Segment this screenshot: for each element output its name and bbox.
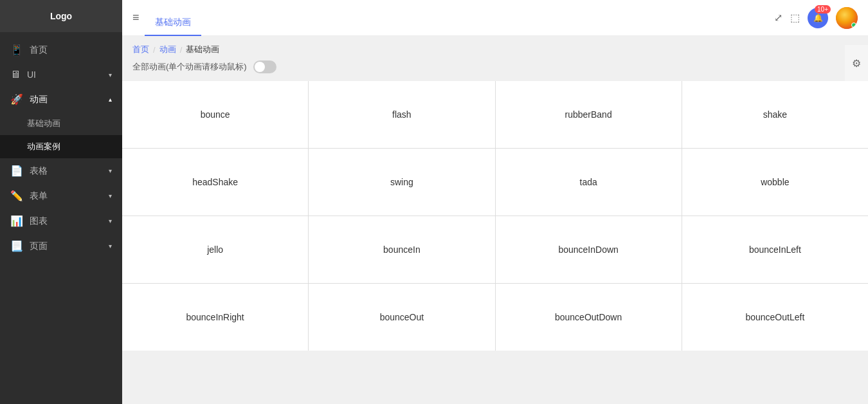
header-right: ⤢ ⬚ 🔔 10+ <box>774 7 858 29</box>
sidebar-logo: Logo <box>0 0 122 32</box>
sidebar-item-animation[interactable]: 🚀 动画 ▴ <box>0 87 122 112</box>
animation-card-bounceoutleft[interactable]: bounceOutLeft <box>682 284 868 351</box>
animation-card-bounceinleft[interactable]: bounceInLeft <box>682 216 868 283</box>
sidebar-nav: 📱 首页 🖥 UI ▾ 🚀 动画 ▴ 基础动画 动画案例 📄 表格 ▾ ✏️ <box>0 32 122 404</box>
animation-card-swing[interactable]: swing <box>309 149 494 216</box>
breadcrumb: 首页 / 动画 / 基础动画 <box>122 36 868 60</box>
animation-card-headshake[interactable]: headShake <box>122 149 308 216</box>
home-icon: 📱 <box>10 44 23 56</box>
animation-cases-label: 动画案例 <box>27 141 60 152</box>
animation-card-bounceindown[interactable]: bounceInDown <box>496 216 682 283</box>
toggle-row: 全部动画(单个动画请移动鼠标) <box>122 60 868 81</box>
avatar[interactable] <box>836 7 858 29</box>
sidebar-item-label: 首页 <box>30 44 48 56</box>
page-icon: 📃 <box>10 240 23 252</box>
chevron-down-icon: ▾ <box>109 192 112 199</box>
animation-card-bounceout[interactable]: bounceOut <box>309 284 494 351</box>
sidebar-item-label: 图表 <box>30 216 48 227</box>
main-content: ≡ 基础动画 ⤢ ⬚ 🔔 10+ 首页 / 动画 / 基础动画 <box>122 0 868 404</box>
breadcrumb-sep1: / <box>153 45 156 55</box>
tab-basic-animation[interactable]: 基础动画 <box>145 10 201 36</box>
avatar-image <box>836 7 858 29</box>
animation-card-bounce[interactable]: bounce <box>122 81 308 148</box>
animation-card-rubberband[interactable]: rubberBand <box>496 81 682 148</box>
screen-icon[interactable]: ⬚ <box>790 12 800 24</box>
animation-card-flash[interactable]: flash <box>309 81 494 148</box>
animation-grid: bounceflashrubberBandshakeheadShakeswing… <box>122 81 868 351</box>
notification-badge: 10+ <box>815 5 831 14</box>
menu-icon[interactable]: ≡ <box>132 11 140 24</box>
chevron-down-icon: ▾ <box>109 167 112 174</box>
sidebar-item-basic-animation[interactable]: 基础动画 <box>0 112 122 135</box>
sidebar: Logo 📱 首页 🖥 UI ▾ 🚀 动画 ▴ 基础动画 动画案例 📄 表格 <box>0 0 122 404</box>
sidebar-item-table[interactable]: 📄 表格 ▾ <box>0 158 122 183</box>
animation-card-shake[interactable]: shake <box>682 81 868 148</box>
sidebar-item-label: 表单 <box>30 190 48 202</box>
notification-button[interactable]: 🔔 10+ <box>808 8 828 28</box>
form-icon: ✏️ <box>10 190 23 202</box>
breadcrumb-sep2: / <box>180 45 183 55</box>
table-icon: 📄 <box>10 165 23 177</box>
sidebar-item-chart[interactable]: 📊 图表 ▾ <box>0 208 122 234</box>
header: ≡ 基础动画 ⤢ ⬚ 🔔 10+ <box>122 0 868 36</box>
online-indicator <box>851 23 856 28</box>
sidebar-item-page[interactable]: 📃 页面 ▾ <box>0 234 122 259</box>
breadcrumb-home[interactable]: 首页 <box>132 44 149 55</box>
sidebar-item-label: 动画 <box>30 94 48 106</box>
all-animation-toggle[interactable] <box>253 60 276 73</box>
logo-text: Logo <box>50 11 72 21</box>
expand-icon[interactable]: ⤢ <box>774 12 782 24</box>
ui-icon: 🖥 <box>10 69 21 80</box>
sidebar-item-home[interactable]: 📱 首页 <box>0 37 122 62</box>
sidebar-item-label: UI <box>27 69 36 80</box>
breadcrumb-current: 基础动画 <box>186 44 219 55</box>
settings-button[interactable]: ⚙ <box>845 45 868 81</box>
animation-card-tada[interactable]: tada <box>496 149 682 216</box>
animation-card-wobble[interactable]: wobble <box>682 149 868 216</box>
chart-icon: 📊 <box>10 215 23 227</box>
sidebar-item-animation-cases[interactable]: 动画案例 <box>0 135 122 158</box>
notification-icon: 🔔 <box>813 14 823 23</box>
animation-card-bouncein[interactable]: bounceIn <box>309 216 494 283</box>
toggle-label: 全部动画(单个动画请移动鼠标) <box>132 61 247 73</box>
sidebar-item-label: 页面 <box>30 241 48 252</box>
sidebar-item-ui[interactable]: 🖥 UI ▾ <box>0 62 122 87</box>
basic-animation-label: 基础动画 <box>27 118 60 129</box>
animation-card-bounceoutdown[interactable]: bounceOutDown <box>496 284 682 351</box>
chevron-down-icon: ▾ <box>109 71 112 78</box>
chevron-up-icon: ▴ <box>109 96 112 103</box>
sidebar-item-label: 表格 <box>30 165 48 177</box>
breadcrumb-animation[interactable]: 动画 <box>159 44 176 55</box>
animation-icon: 🚀 <box>10 93 23 106</box>
animation-card-bounceinright[interactable]: bounceInRight <box>122 284 308 351</box>
chevron-down-icon: ▾ <box>109 243 112 250</box>
chevron-down-icon: ▾ <box>109 217 112 225</box>
sidebar-item-form[interactable]: ✏️ 表单 ▾ <box>0 183 122 208</box>
animation-card-jello[interactable]: jello <box>122 216 308 283</box>
content-area: 首页 / 动画 / 基础动画 全部动画(单个动画请移动鼠标) ⚙ bouncef… <box>122 36 868 404</box>
